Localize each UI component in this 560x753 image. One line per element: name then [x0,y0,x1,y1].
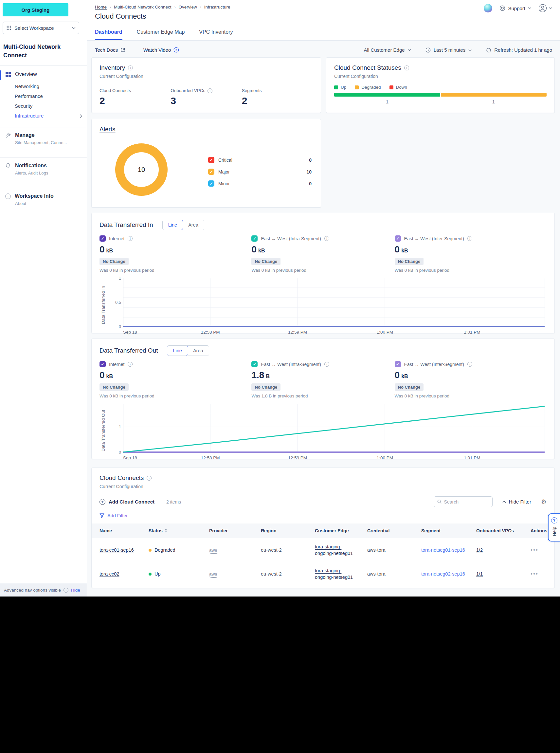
info-icon[interactable] [147,476,152,481]
status-stacked-bar[interactable] [334,93,546,97]
question-icon: ? [551,517,557,523]
tab-dashboard[interactable]: Dashboard [95,29,122,40]
legend-label: Down [396,85,407,90]
sort-icon[interactable] [165,529,167,533]
checkbox-internet[interactable] [100,235,106,242]
tab-vpc-inventory[interactable]: VPC Inventory [199,29,233,40]
add-filter-button[interactable]: Add Filter [92,513,555,518]
gear-icon[interactable]: ⚙ [541,498,546,506]
bar-segment-degraded[interactable] [441,93,547,97]
account-menu[interactable] [538,4,552,13]
toggle-line[interactable]: Line [167,345,187,356]
time-range-dropdown[interactable]: Last 5 minutes [425,47,472,53]
info-icon[interactable] [128,65,133,71]
chevron-up-icon [502,500,506,503]
stat-label-link[interactable]: Segments [242,88,262,93]
stat-onboarded-vpcs: Onboarded VPCs 3 [171,87,242,106]
column-header-onboarded-vpcs[interactable]: Onboarded VPCs [476,528,531,533]
column-header-credential[interactable]: Credential [367,528,421,533]
sidebar-item-networking[interactable]: Networking [0,79,87,89]
info-icon[interactable] [404,65,409,71]
toggle-area[interactable]: Area [187,346,209,356]
aws-provider-icon: aws [209,572,217,577]
stat-inter-segment: East ↔ West (Inter-Segment) 0kB No Chang… [395,235,546,273]
stat-unit: kB [258,248,265,254]
alerts-title[interactable]: Alerts [100,126,116,133]
support-menu[interactable]: Support [499,5,531,11]
column-header-segment[interactable]: Segment [421,528,476,533]
checkbox-major[interactable] [208,169,214,175]
checkbox-minor[interactable] [208,180,214,186]
toggle-area[interactable]: Area [183,220,204,230]
search-box[interactable] [434,496,493,507]
customer-edge-link[interactable]: tora-staging-ongoing-netseg01 [315,567,354,580]
checkbox-inter-segment[interactable] [395,235,401,242]
column-header-region[interactable]: Region [261,528,315,533]
column-header-provider[interactable]: Provider [209,528,261,533]
column-header-status[interactable]: Status [148,528,209,533]
segment-link[interactable]: tora-netseg01-sep16 [421,548,465,553]
onboarded-vpcs-link[interactable]: 1/1 [476,571,483,577]
hide-link[interactable]: Hide [71,588,80,593]
breadcrumb-home[interactable]: Home [95,5,107,9]
change-badge: No Change [252,383,280,391]
add-cloud-connect-button[interactable]: + Add Cloud Connect [100,499,155,505]
info-icon[interactable] [207,88,213,93]
refresh-button[interactable]: Refresh: Updated 1 hr ago [486,47,552,53]
info-icon[interactable] [128,362,133,367]
customer-edge-link[interactable]: tora-staging-ongoing-netseg01 [315,543,354,557]
sidebar-item-security[interactable]: Security [0,99,87,109]
org-sphere-icon[interactable] [484,4,492,13]
sidebar-item-performance[interactable]: Performance [0,89,87,99]
info-icon[interactable] [324,362,329,367]
row-actions-menu[interactable]: ••• [531,547,538,553]
plus-icon: + [100,499,105,505]
info-icon[interactable] [467,362,472,367]
sidebar-item-notifications[interactable]: Notifications Alerts, Audit Logs [0,157,87,181]
stat-value: 0 [395,370,400,380]
info-icon[interactable] [63,588,68,593]
checkbox-inter-segment[interactable] [395,361,401,367]
cloud-connect-name-link[interactable]: tora-cc02 [100,571,119,577]
tab-customer-edge-map[interactable]: Customer Edge Map [137,29,185,40]
tech-docs-link[interactable]: Tech Docs [95,47,125,53]
breadcrumb-item[interactable]: Multi-Cloud Network Connect [114,5,172,9]
alerts-donut-chart[interactable]: 10 [115,143,167,196]
workspace-selector[interactable]: Select Workspace [3,22,79,34]
watch-video-link[interactable]: Watch Video [143,47,179,53]
checkbox-internet[interactable] [100,361,106,367]
row-actions-menu[interactable]: ••• [531,571,538,577]
sidebar-item-overview[interactable]: Overview [0,66,87,79]
segment-link[interactable]: tora-netseg02-sep16 [421,571,465,577]
bar-segment-up[interactable] [334,93,440,97]
sidebar-item-subtitle: Alerts, Audit Logs [15,171,81,176]
onboarded-vpcs-link[interactable]: 1/2 [476,548,483,553]
info-icon[interactable] [128,236,133,241]
search-input[interactable] [444,499,489,504]
plot-area[interactable] [123,278,545,327]
credential-cell: aws-tora [367,548,421,553]
sidebar-item-subtitle: About [15,201,81,206]
customer-edge-filter-dropdown[interactable]: All Customer Edge [364,47,411,53]
dashboard-content: Inventory Current Configuration Cloud Co… [87,53,560,595]
info-icon[interactable] [467,236,472,241]
stat-label-link[interactable]: Onboarded VPCs [171,88,205,93]
checkbox-critical[interactable] [208,157,214,163]
breadcrumb-item[interactable]: Overview [179,5,197,9]
plot-area[interactable] [123,404,545,453]
toggle-line[interactable]: Line [162,220,183,230]
sidebar-item-workspace-info[interactable]: Workspace Info About [0,188,87,212]
org-staging-button[interactable]: Org Staging [3,3,68,16]
column-header-customer-edge[interactable]: Customer Edge [315,528,367,533]
checkbox-intra-segment[interactable] [252,235,258,242]
cloud-connect-name-link[interactable]: tora-cc01-sep16 [100,548,134,553]
breadcrumb-separator: › [175,5,176,9]
sidebar-item-manage[interactable]: Manage Site Management, Conne... [0,127,87,151]
help-tab[interactable]: ? Help [548,513,560,541]
hide-filter-button[interactable]: Hide Filter [502,499,531,504]
sidebar-item-label: Overview [15,72,37,77]
column-header-name[interactable]: Name [100,528,148,533]
checkbox-intra-segment[interactable] [252,361,258,367]
sidebar-item-infrastructure[interactable]: Infrastructure [0,109,87,119]
info-icon[interactable] [324,236,329,241]
